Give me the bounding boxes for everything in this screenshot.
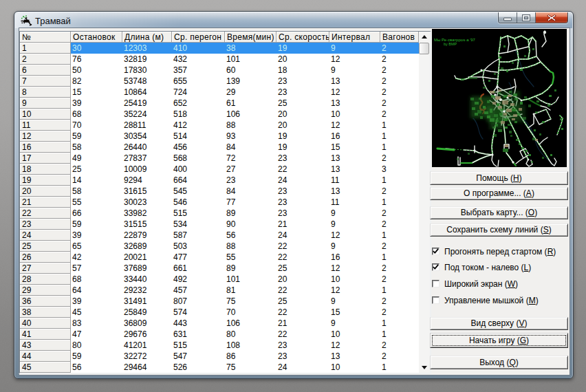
svg-text:by BMP: by BMP bbox=[444, 42, 457, 46]
